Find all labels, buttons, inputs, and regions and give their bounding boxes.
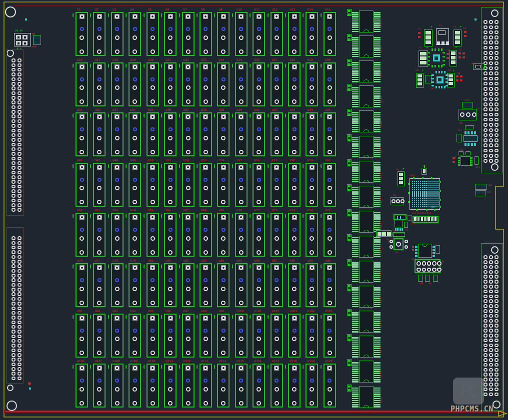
pad: [468, 106, 472, 107]
bga-pad: [418, 200, 419, 201]
pad-round: [274, 200, 279, 204]
connector-pad: [484, 46, 488, 50]
pad-round: [97, 287, 102, 291]
connector-pad: [489, 128, 493, 132]
pin1-hook-mark: [108, 264, 111, 269]
ic-pad: [352, 56, 358, 57]
soic-ic-footprint[interactable]: [460, 156, 470, 166]
connector-pad: [12, 372, 16, 376]
connector-pad: [494, 329, 498, 333]
connector-pad: [18, 307, 22, 311]
bga-pad: [434, 187, 434, 188]
connector-pad: [489, 295, 493, 299]
connector-pad: [18, 63, 22, 67]
ic-pad: [352, 114, 358, 116]
pad-round: [204, 250, 208, 255]
connector-pin-pad: [431, 217, 434, 221]
ic-pad: [374, 141, 380, 143]
pad-round: [186, 200, 190, 204]
soic-pad: [397, 228, 398, 231]
bga-pad: [436, 187, 436, 188]
component-designator: U64: [130, 209, 136, 212]
pad-round: [80, 301, 84, 305]
ic-pad: [352, 168, 358, 170]
ic-pad: [352, 204, 358, 205]
soic-ic-footprint[interactable]: [394, 220, 403, 227]
cap-pad: [348, 339, 350, 341]
bga-pad: [430, 200, 430, 201]
pad-round-blue: [292, 127, 296, 131]
header-pad: [401, 216, 403, 219]
connector-pad: [494, 295, 498, 299]
pad-round: [328, 136, 332, 140]
component-designator: U42: [272, 108, 278, 111]
soic-ic-footprint[interactable]: [464, 135, 478, 142]
pcb-canvas[interactable]: U1U2U3U4U5U6U7U8U9U10U11U12U13U14U15U16U…: [0, 0, 508, 420]
component-designator: U125: [379, 121, 382, 127]
ic-pad: [352, 116, 358, 118]
bga-pad: [426, 194, 426, 195]
ic-footprint[interactable]: [359, 386, 374, 408]
bga-pad: [428, 196, 428, 197]
component-designator: U63: [112, 209, 118, 212]
ic-pad: [352, 150, 358, 151]
bga-pad: [428, 202, 428, 203]
connector-pad: [12, 203, 16, 207]
component-designator: U116: [254, 360, 261, 363]
connector-pad: [489, 348, 493, 352]
ic-pad: [352, 177, 358, 178]
connector-pad: [484, 319, 488, 323]
component-designator: U121: [379, 21, 382, 27]
pad-round: [150, 150, 155, 154]
pad-round: [98, 65, 102, 69]
pad-round: [186, 387, 190, 392]
pad-round-blue: [168, 178, 172, 182]
pin1-hook-mark: [179, 364, 182, 370]
bga-pad: [418, 183, 419, 184]
cap-pad: [348, 210, 350, 212]
pad-round-blue: [186, 329, 190, 333]
diode-footprint[interactable]: [408, 215, 412, 221]
bga-pad: [424, 181, 424, 182]
pad: [38, 40, 40, 44]
ic-pad: [352, 302, 358, 304]
ic-pad: [352, 81, 358, 82]
pad-round: [256, 387, 261, 392]
pin1-hook-mark: [268, 364, 270, 370]
bga-tick-pad: [408, 192, 410, 194]
cap-segment: [448, 74, 453, 77]
ic-footprint[interactable]: [359, 161, 374, 183]
test-point-red: [28, 382, 31, 385]
ic-pad: [352, 367, 358, 368]
pad-round-blue: [168, 27, 172, 31]
connector-pin-pad: [424, 217, 426, 221]
ic-footprint[interactable]: [359, 136, 374, 158]
pad-round: [186, 186, 190, 190]
bga-pad: [424, 194, 424, 195]
cap-pad: [348, 139, 350, 141]
pad-round-blue: [222, 379, 226, 383]
pad-round: [292, 150, 296, 154]
ic-pad: [374, 392, 380, 393]
pin1-hook-mark: [72, 63, 76, 68]
ic-notch: [364, 255, 369, 258]
ic-pad: [352, 398, 358, 400]
cap-segment: [451, 56, 456, 59]
pad-round: [80, 387, 84, 392]
pad-round: [186, 287, 190, 291]
pad-round: [328, 35, 332, 40]
connector-pad: [18, 269, 22, 273]
ic-pad: [374, 79, 380, 80]
ic-pad: [352, 237, 358, 239]
cap-segment: [448, 78, 453, 81]
connector-pad: [18, 133, 22, 137]
ic-notch: [364, 205, 369, 208]
ic-pad: [374, 37, 380, 38]
bga-pad: [418, 187, 419, 188]
pad-round-blue: [80, 278, 84, 282]
cap-pad: [348, 314, 350, 316]
bga-pad: [432, 191, 432, 192]
pad-round-blue: [150, 178, 154, 182]
bga-pad: [416, 204, 417, 205]
connector-pad: [489, 290, 493, 294]
